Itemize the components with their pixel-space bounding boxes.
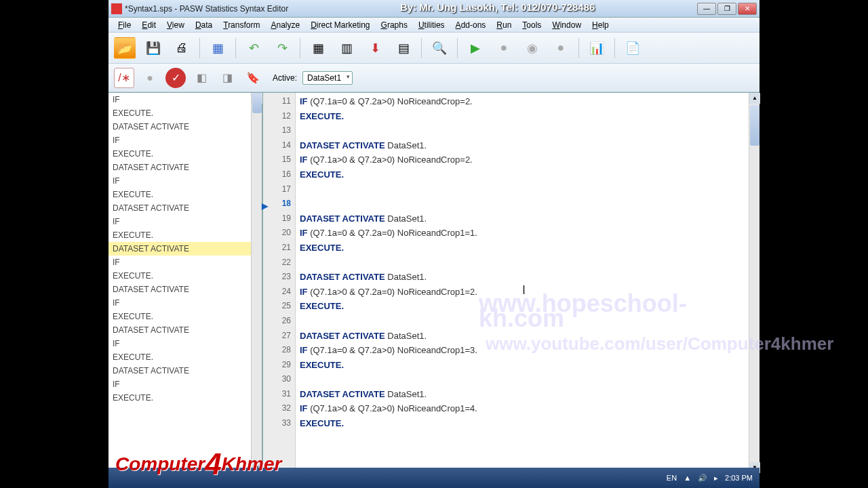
code-line[interactable]: EXECUTE.: [300, 299, 749, 314]
gutter-line[interactable]: 21: [263, 241, 295, 256]
code-line[interactable]: IF (Q7.1a=0 & Q7.2a>0) NoRiceandCrop=2.: [300, 94, 749, 109]
nav-item[interactable]: DATASET ACTIVATE: [108, 201, 251, 215]
gutter-line[interactable]: 14: [263, 138, 295, 153]
editor-scrollbar[interactable]: ▲ ▼: [749, 93, 760, 473]
tray-volume-icon[interactable]: 🔊: [698, 474, 707, 483]
command-list[interactable]: IFEXECUTE.DATASET ACTIVATEIFEXECUTE.DATA…: [108, 93, 251, 473]
nav-item[interactable]: EXECUTE.: [108, 147, 251, 161]
code-line[interactable]: EXECUTE.: [300, 109, 749, 124]
gutter-line[interactable]: 15: [263, 152, 295, 167]
tray-clock[interactable]: 2:03 PM: [725, 474, 753, 482]
menu-tools[interactable]: Tools: [517, 19, 547, 31]
comment-icon[interactable]: /∗: [114, 68, 134, 88]
gutter-line[interactable]: 24: [263, 285, 295, 300]
print-icon[interactable]: 🖨: [171, 37, 193, 59]
maximize-button[interactable]: ❐: [717, 3, 736, 15]
nav-item[interactable]: IF: [108, 215, 251, 228]
bookmark-icon[interactable]: 🔖: [243, 68, 263, 88]
menu-view[interactable]: View: [161, 19, 190, 31]
minimize-button[interactable]: —: [697, 3, 716, 15]
menu-analyze[interactable]: Analyze: [265, 19, 305, 31]
nav-item[interactable]: DATASET ACTIVATE: [108, 120, 251, 134]
nav-item[interactable]: DATASET ACTIVATE: [108, 242, 251, 256]
nav-item[interactable]: IF: [108, 134, 251, 147]
code-line[interactable]: [300, 372, 749, 387]
code-line[interactable]: EXECUTE.: [300, 416, 749, 431]
gutter-line[interactable]: 22: [263, 256, 295, 270]
gutter-line[interactable]: 11: [263, 94, 295, 109]
menu-window[interactable]: Window: [547, 19, 587, 31]
tray-lang[interactable]: EN: [667, 474, 677, 482]
menu-utilities[interactable]: Utilities: [413, 19, 450, 31]
scroll-thumb[interactable]: [252, 93, 262, 113]
gutter-line[interactable]: 16: [263, 167, 295, 182]
gutter-line[interactable]: 12: [263, 109, 295, 124]
menu-data[interactable]: Data: [190, 19, 218, 31]
nav-item[interactable]: EXECUTE.: [108, 269, 251, 283]
system-tray[interactable]: EN ▲ 🔊 ▸ 2:03 PM: [667, 474, 760, 483]
code-line[interactable]: IF (Q7.1a>0 & Q7.2a>0) NoRiceandCrop=2.: [300, 152, 749, 167]
code-line[interactable]: DATASET ACTIVATE DataSet1.: [300, 270, 749, 285]
variables-icon[interactable]: ▥: [336, 37, 357, 59]
run-icon[interactable]: ▶: [465, 37, 486, 59]
gutter-line[interactable]: 29: [263, 358, 295, 373]
nav-item[interactable]: EXECUTE.: [108, 188, 251, 201]
gutter-line[interactable]: 25: [263, 299, 295, 314]
tray-flag-icon[interactable]: ▸: [714, 474, 718, 483]
code-line[interactable]: IF (Q7.1a=0 & Q7.2a>0) NoRiceandCrop1=3.: [300, 343, 749, 358]
tool-icon-2[interactable]: ◉: [521, 37, 543, 59]
nav-item[interactable]: DATASET ACTIVATE: [108, 161, 251, 174]
code-line[interactable]: [300, 123, 749, 138]
code-line[interactable]: DATASET ACTIVATE DataSet1.: [300, 329, 749, 344]
code-line[interactable]: [300, 256, 749, 270]
scroll-up-arrow[interactable]: ▲: [749, 93, 760, 104]
gutter-line[interactable]: 13: [263, 123, 295, 138]
close-button[interactable]: ✕: [738, 3, 757, 15]
menu-run[interactable]: Run: [491, 19, 517, 31]
redo-icon[interactable]: ↷: [271, 37, 293, 59]
gutter-line[interactable]: 30: [263, 372, 295, 387]
code-line[interactable]: [300, 197, 749, 211]
insert-icon[interactable]: ⬇: [364, 37, 386, 59]
indent-right-icon[interactable]: ◨: [217, 68, 237, 88]
code-line[interactable]: EXECUTE.: [300, 358, 749, 373]
code-line[interactable]: DATASET ACTIVATE DataSet1.: [300, 211, 749, 226]
doc-icon[interactable]: 📄: [622, 37, 644, 59]
menu-direct-marketing[interactable]: Direct Marketing: [305, 19, 375, 31]
code-line[interactable]: IF (Q7.1a=0 & Q7.2a=0) NoRiceandCrop1=1.: [300, 226, 749, 241]
gutter-line[interactable]: 31: [263, 387, 295, 402]
code-line[interactable]: EXECUTE.: [300, 167, 749, 182]
menu-edit[interactable]: Edit: [136, 19, 161, 31]
code-line[interactable]: [300, 182, 749, 197]
open-icon[interactable]: 📂: [114, 37, 136, 59]
gutter-line[interactable]: 20: [263, 226, 295, 241]
gutter-line[interactable]: 17: [263, 182, 295, 197]
gutter-line[interactable]: 26: [263, 314, 295, 329]
gutter-line[interactable]: 32: [263, 401, 295, 416]
gutter-line[interactable]: 33: [263, 416, 295, 431]
code-line[interactable]: IF (Q7.1a>0 & Q7.2a>0) NoRiceandCrop1=4.: [300, 401, 749, 416]
validate-icon[interactable]: ✓: [165, 68, 186, 88]
menu-transform[interactable]: Transform: [218, 19, 265, 31]
help-icon[interactable]: 📊: [586, 37, 608, 59]
nav-item[interactable]: DATASET ACTIVATE: [108, 364, 251, 378]
left-scrollbar[interactable]: ▲ ▼: [251, 93, 262, 473]
find-icon[interactable]: 🔍: [429, 37, 450, 59]
code-editor[interactable]: www.hopeschool-kh.com www.youtube.com/us…: [296, 93, 749, 473]
menu-graphs[interactable]: Graphs: [376, 19, 413, 31]
tool-icon-1[interactable]: ●: [493, 37, 515, 59]
nav-item[interactable]: IF: [108, 174, 251, 188]
active-dataset-combo[interactable]: DataSet1: [302, 71, 353, 85]
gutter-line[interactable]: 28: [263, 343, 295, 358]
goto-case-icon[interactable]: ▦: [307, 37, 329, 59]
nav-item[interactable]: IF: [108, 296, 251, 310]
menu-file[interactable]: File: [113, 19, 136, 31]
code-line[interactable]: DATASET ACTIVATE DataSet1.: [300, 138, 749, 153]
code-line[interactable]: IF (Q7.1a>0 & Q7.2a=0) NoRiceandCrop1=2.: [300, 285, 749, 300]
tool-icon-3[interactable]: ●: [550, 37, 572, 59]
save-icon[interactable]: 💾: [142, 37, 164, 59]
data-icon[interactable]: ▦: [207, 37, 229, 59]
breakpoint-icon[interactable]: ●: [140, 68, 160, 88]
menu-add-ons[interactable]: Add-ons: [450, 19, 492, 31]
nav-item[interactable]: EXECUTE.: [108, 350, 251, 364]
